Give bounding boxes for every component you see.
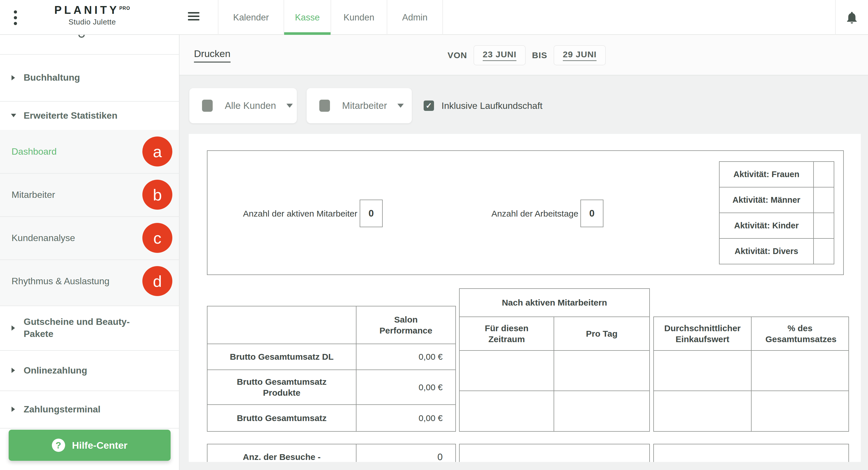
activity-value-cell — [813, 162, 834, 187]
empty-cell — [554, 391, 650, 431]
sidebar-item-onlinezahlung[interactable]: Onlinezahlung — [0, 350, 179, 391]
empty-cell — [459, 350, 554, 391]
logo-pro-sup: PRO — [119, 6, 130, 11]
chevron-down-icon — [286, 104, 293, 108]
empty-cell — [554, 350, 650, 391]
row-label: Brutto Gesamtumsatz — [207, 405, 356, 431]
table-row: Brutto Gesamtumsatz Produkte 0,00 € — [207, 370, 456, 405]
row-value: 0,00 € — [356, 370, 456, 405]
to-date-button[interactable]: 29 JUNI — [554, 45, 606, 65]
sidebar-item-gutscheine-beauty-pakete[interactable]: Gutscheine und Beauty-Pakete — [0, 306, 179, 350]
kebab-menu-icon[interactable] — [14, 10, 17, 25]
visits-table-clipped: Anz. der Besuche - 0 — [207, 444, 456, 462]
tab-label: Kasse — [295, 12, 319, 23]
row-value: 0,00 € — [356, 405, 456, 431]
purchase-stats-table-clipped — [653, 444, 849, 462]
sidebar-item-label: Rhythmus & Auslastung — [11, 276, 110, 287]
empty-cell — [654, 444, 849, 462]
help-center-label: Hilfe-Center — [72, 440, 128, 451]
from-date-value: 23 JUNI — [483, 49, 517, 61]
annotation-badge-d: d — [142, 266, 172, 296]
column-header-per-day: Pro Tag — [554, 317, 650, 350]
empty-cell — [751, 350, 849, 391]
chevron-right-icon — [11, 326, 15, 331]
tab-label: Kunden — [343, 12, 374, 23]
tab-kunden[interactable]: Kunden — [331, 0, 387, 35]
activity-label: Aktivität: Divers — [719, 238, 813, 264]
active-staff-table-clipped — [459, 444, 650, 462]
staff-dropdown-label: Mitarbeiter — [342, 100, 387, 111]
von-label: VON — [447, 51, 467, 60]
checkbox-checked-icon[interactable]: ✓ — [424, 101, 434, 111]
empty-cell — [654, 350, 751, 391]
summary-panel: Anzahl der aktiven Mitarbeiter 0 Anzahl … — [207, 150, 844, 275]
workdays-label: Anzahl der Arbeitstage — [438, 208, 578, 219]
tab-label: Admin — [402, 12, 428, 23]
stats-content-card: Anzahl der aktiven Mitarbeiter 0 Anzahl … — [189, 134, 861, 462]
sidebar: Buchhaltung Erweiterte Statistiken Dashb… — [0, 35, 180, 470]
walkins-label: Inklusive Laufkundschaft — [441, 101, 542, 111]
table-row: Aktivität: Männer — [719, 187, 834, 213]
staff-dropdown[interactable]: Mitarbeiter — [307, 88, 412, 123]
active-staff-table: Nach aktiven Mitarbeitern Für diesen Zei… — [459, 288, 650, 432]
chevron-right-icon — [11, 368, 15, 373]
bell-icon — [845, 10, 859, 25]
tab-kasse[interactable]: Kasse — [284, 0, 331, 35]
chevron-down-icon — [397, 104, 404, 108]
main-content: Drucken VON 23 JUNI BIS 29 JUNI Alle Kun… — [180, 35, 868, 470]
annotation-badge-a: a — [142, 136, 172, 166]
active-staff-label: Anzahl der aktiven Mitarbeiter — [216, 208, 358, 219]
from-date-button[interactable]: 23 JUNI — [473, 45, 526, 65]
table-row: Salon Performance — [207, 306, 456, 344]
question-mark-icon: ? — [52, 439, 65, 452]
sidebar-item-label: Kundenanalyse — [11, 233, 75, 243]
sidebar-item-label: Erweiterte Statistiken — [24, 110, 117, 121]
table-row — [654, 350, 849, 391]
hamburger-menu-icon[interactable] — [188, 12, 199, 21]
sidebar-item-label: Buchhaltung — [24, 72, 80, 83]
brand-logo: PLANITYPRO Studio Julette — [32, 4, 153, 27]
row-label: Brutto Gesamtumsatz DL — [207, 344, 356, 370]
filter-row: Alle Kunden Mitarbeiter ✓ Inklusive Lauf… — [180, 76, 868, 134]
table-row: Aktivität: Kinder — [719, 213, 834, 238]
tab-label: Kalender — [233, 12, 269, 23]
notifications-button[interactable] — [835, 0, 868, 35]
salon-performance-header: Salon Performance — [356, 306, 456, 344]
activity-table: Aktivität: Frauen Aktivität: Männer Akti… — [719, 161, 834, 264]
table-row: Durchschnittlicher Einkaufswert % des Ge… — [654, 317, 849, 350]
sidebar-item-zahlungsterminal[interactable]: Zahlungsterminal — [0, 391, 179, 428]
table-row — [459, 350, 650, 391]
tab-kalender[interactable]: Kalender — [218, 0, 284, 35]
sidebar-item-label: Onlinezahlung — [24, 365, 87, 376]
row-value: 0 — [356, 444, 456, 462]
empty-cell — [751, 391, 849, 431]
clipped-item-fragment — [79, 35, 85, 38]
sidebar-item-erweiterte-statistiken[interactable]: Erweiterte Statistiken — [0, 101, 179, 130]
activity-label: Aktivität: Kinder — [719, 213, 813, 238]
workdays-value-box: 0 — [580, 200, 603, 227]
activity-value-cell — [813, 213, 834, 238]
table-row: Brutto Gesamtumsatz DL 0,00 € — [207, 344, 456, 370]
tab-admin[interactable]: Admin — [387, 0, 443, 35]
print-link[interactable]: Drucken — [194, 48, 230, 63]
row-value: 0,00 € — [356, 344, 456, 370]
help-center-button[interactable]: ? Hilfe-Center — [9, 430, 170, 461]
empty-cell — [459, 444, 650, 462]
sidebar-item-buchhaltung[interactable]: Buchhaltung — [0, 54, 179, 101]
column-header-period: Für diesen Zeitraum — [459, 317, 554, 350]
chevron-right-icon — [11, 75, 15, 80]
chevron-down-icon — [11, 114, 16, 117]
active-tab-underline — [284, 32, 331, 35]
customers-dropdown[interactable]: Alle Kunden — [189, 88, 297, 123]
table-row: Aktivität: Frauen — [719, 162, 834, 187]
table-row: Aktivität: Divers — [719, 238, 834, 264]
table-row: Für diesen Zeitraum Pro Tag — [459, 317, 650, 350]
column-header-pct: % des Gesamtumsatzes — [751, 317, 849, 350]
column-header-avg: Durchschnittlicher Einkaufswert — [654, 317, 751, 350]
walkins-checkbox-group[interactable]: ✓ Inklusive Laufkundschaft — [424, 88, 542, 123]
group-header: Nach aktiven Mitarbeitern — [459, 289, 650, 317]
empty-corner-cell — [207, 306, 356, 344]
table-row — [654, 391, 849, 431]
table-row — [459, 391, 650, 431]
list-square-icon — [202, 100, 213, 112]
